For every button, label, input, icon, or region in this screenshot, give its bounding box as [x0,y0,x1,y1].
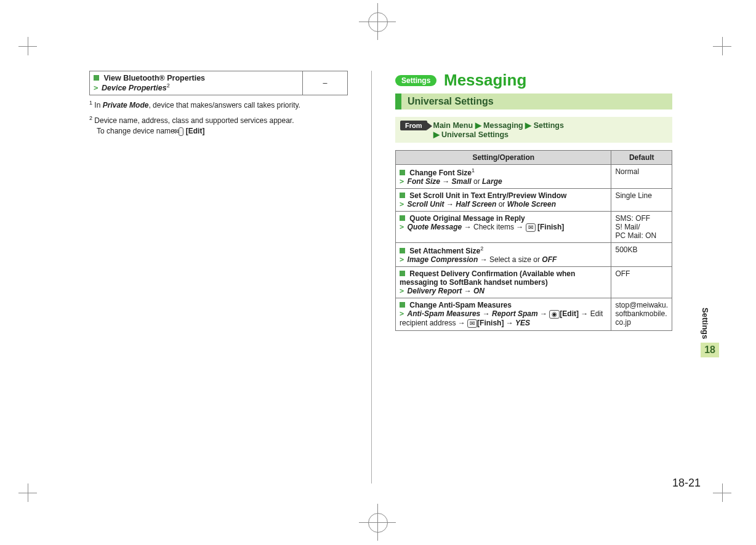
row-op: Image Compression [408,255,478,264]
row-title: Set Attachment Size [409,247,480,255]
from-path: Main Menu ▶ Messaging ▶ Settings ▶ Unive… [433,121,564,139]
chevron-icon: > [400,309,404,318]
key-label: [Finish] [537,223,564,231]
arrow-icon: → [480,255,488,264]
navigation-path: From Main Menu ▶ Messaging ▶ Settings ▶ … [395,117,672,143]
left-column: View Bluetooth® Properties > Device Prop… [89,71,348,483]
row-opt: Large [482,177,502,186]
from-badge: From [400,121,427,130]
footnote-2: 2 Device name, address, class and suppor… [89,114,348,137]
section-heading: Settings Messaging [395,71,672,90]
table-row: View Bluetooth® Properties > Device Prop… [90,71,348,95]
row-default: Single Line [611,189,672,212]
bullet-square-icon [400,215,405,221]
row-title: Quote Original Message in Reply [409,214,525,223]
center-key-icon: ◉ [549,310,560,319]
row-opt: Report Spam [492,309,538,318]
path-part: Main Menu [433,121,473,130]
row-op: Scroll Unit [408,200,444,209]
thumb-chapter: 18 [701,343,719,357]
row-title: Change Font Size [409,169,472,177]
arrow-icon: → [442,177,449,186]
key-label: [Edit] [186,127,205,135]
row-sup: 2 [480,245,483,252]
table-row: Change Anti-Spam Measures > Anti-Spam Me… [396,298,672,331]
row-text: → [504,319,515,327]
header-setting: Setting/Operation [396,151,611,165]
row-default: Normal [611,165,672,189]
row-default: 500KB [611,243,672,267]
row-title: Change Anti-Spam Measures [409,301,512,309]
universal-settings-bar: Universal Settings [395,93,672,109]
mail-key-icon: ✉ [467,319,477,328]
row-text: or [472,177,482,186]
registration-mark-icon [368,12,388,32]
footnote-num: 1 [89,100,92,106]
triangle-icon: ▶ [433,130,441,139]
footnote-num: 2 [89,115,92,121]
footnote-mode: Private Mode [103,101,149,109]
cropmark-icon [713,483,738,508]
key-label: [Finish] [477,319,504,327]
path-part: Messaging [483,121,523,130]
row-default: stop@meiwaku. softbankmobile. co.jp [611,298,672,331]
cropmark-icon [18,483,43,508]
path-part: Universal Settings [441,130,509,139]
table-row: Set Attachment Size2 > Image Compression… [396,243,672,267]
bt-default: – [303,71,348,95]
chevron-icon: > [400,255,404,264]
arrow-icon: → [464,223,472,231]
triangle-icon: ▶ [525,121,533,130]
bt-op-sup: 2 [167,82,170,89]
row-op: Delivery Report [408,287,462,295]
bullet-square-icon [94,75,99,81]
row-title: Set Scroll Unit in Text Entry/Preview Wi… [409,191,566,200]
bullet-square-icon [400,302,405,308]
chevron-icon: > [400,200,404,209]
chevron-icon: > [400,287,404,295]
cropmark-icon [713,37,738,62]
row-text: Check items → [472,223,526,231]
chevron-icon: > [400,223,404,231]
path-part: Settings [534,121,564,130]
footnote-text: To change device name: [97,127,179,135]
table-row: Quote Original Message in Reply > Quote … [396,212,672,243]
row-sup: 1 [472,167,475,173]
footnote-1: 1 In Private Mode, device that makes/ans… [89,99,348,111]
mail-key-icon: ✉ [179,127,183,136]
row-default: SMS: OFF S! Mail/ PC Mail: ON [611,212,672,243]
footnote-text: , device that makes/answers call takes p… [148,101,300,109]
row-default: OFF [611,267,672,298]
table-row: Change Font Size1 > Font Size → Small or… [396,165,672,189]
row-text: Select a size or [488,255,542,264]
header-default: Default [611,151,672,165]
row-opt: Small [452,177,472,186]
table-row: Request Delivery Confirmation (Available… [396,267,672,298]
row-title: Request Delivery Confirmation (Available… [400,269,575,287]
registration-mark-icon [368,513,388,533]
bullet-square-icon [400,271,405,276]
row-text: or [496,200,507,209]
mail-key-icon: ✉ [526,223,536,232]
row-bold: OFF [542,255,557,264]
column-divider [371,71,372,483]
row-op: Anti-Spam Measures [408,309,481,318]
bt-title: View Bluetooth® Properties [103,74,205,82]
bt-op: Device Properties [102,84,167,92]
messaging-title: Messaging [444,71,526,90]
row-yes: YES [515,319,530,327]
thumb-tab: Settings 18 [701,308,719,357]
key-label: [Edit] [560,309,579,318]
footnote-text: In [94,101,102,109]
bullet-square-icon [400,248,405,253]
row-op: Font Size [408,177,440,186]
settings-badge: Settings [395,75,436,86]
bullet-square-icon [400,193,405,198]
table-row: Set Scroll Unit in Text Entry/Preview Wi… [396,189,672,212]
arrow-icon: → [483,309,490,318]
chevron-icon: > [94,83,99,92]
page-number: 18-21 [672,477,701,490]
cropmark-icon [18,37,43,62]
footnote-text: Device name, address, class and supporte… [94,116,294,125]
row-opt: Whole Screen [507,200,556,209]
